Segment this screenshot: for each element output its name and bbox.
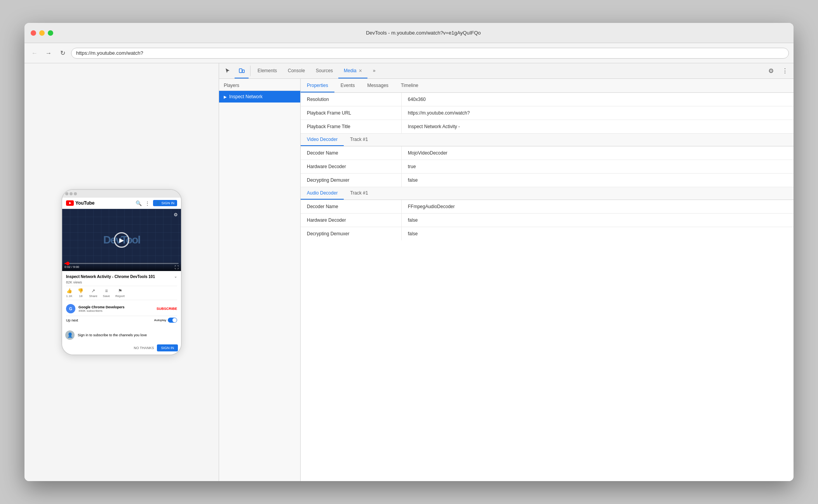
prop-video-decoder-name: Decoder Name MojoVideoDecoder: [301, 146, 794, 160]
prop-playback-url: Playback Frame URL https://m.youtube.com…: [301, 106, 794, 120]
back-button[interactable]: ←: [29, 48, 40, 59]
devtools-content: Players ▶ Inspect Network Properties: [219, 79, 794, 481]
toolbar-divider: [250, 66, 251, 76]
forward-button[interactable]: →: [43, 48, 54, 59]
prop-audio-hardware-key: Hardware Decoder: [301, 214, 402, 227]
player-label: Inspect Network: [229, 94, 263, 99]
title-bar: DevTools - m.youtube.com/watch?v=e1gAyQu…: [24, 23, 794, 43]
progress-bar[interactable]: [64, 263, 179, 264]
youtube-header: YouTube 🔍 ⋮ 👤 SIGN IN: [62, 198, 181, 209]
tab-messages[interactable]: Messages: [361, 79, 395, 92]
like-icon: 👍: [66, 288, 72, 294]
tab-video-decoder[interactable]: Video Decoder: [301, 134, 344, 146]
channel-logo: G: [66, 304, 75, 313]
search-icon[interactable]: 🔍: [136, 200, 142, 206]
tab-elements[interactable]: Elements: [252, 63, 282, 78]
prop-video-demuxer-key: Decrypting Demuxer: [301, 174, 402, 187]
tab-properties[interactable]: Properties: [301, 79, 334, 92]
autoplay-label: Autoplay: [154, 318, 166, 322]
prop-video-decoder-name-value: MojoVideoDecoder: [402, 146, 794, 160]
up-next-label: Up next: [66, 318, 78, 322]
video-settings-icon[interactable]: ⚙: [174, 212, 178, 217]
devtools-settings-button[interactable]: ⚙: [764, 63, 778, 78]
subscribe-button[interactable]: SUBSCRIBE: [157, 307, 177, 311]
tab-console[interactable]: Console: [282, 63, 310, 78]
sign-in-small-button[interactable]: SIGN IN: [157, 344, 178, 351]
channel-row: G Google Chrome Developers 490K subscrib…: [66, 302, 177, 316]
more-icon[interactable]: ⋮: [145, 200, 150, 206]
dislike-icon: 👎: [78, 288, 84, 294]
report-button[interactable]: ⚑ Report: [115, 288, 125, 298]
video-actions: 👍 1.1K 👎 18 ↗ Share ≡: [66, 286, 177, 300]
video-controls: 0:02 / 9:00 ⛶: [62, 261, 181, 271]
like-button[interactable]: 👍 1.1K: [66, 288, 72, 298]
up-next-row: Up next Autoplay: [66, 316, 177, 324]
video-views: 82K views: [66, 280, 177, 284]
prop-audio-demuxer-key: Decrypting Demuxer: [301, 227, 402, 240]
video-title: Inspect Network Activity - Chrome DevToo…: [66, 274, 172, 279]
dislike-button[interactable]: 👎 18: [78, 288, 84, 298]
share-button[interactable]: ↗ Share: [89, 288, 97, 298]
players-sidebar: Players ▶ Inspect Network: [219, 79, 301, 481]
minimize-button[interactable]: [39, 30, 45, 36]
tab-media[interactable]: Media ×: [338, 63, 367, 78]
prop-playback-url-value: https://m.youtube.com/watch?: [402, 106, 794, 120]
tab-events[interactable]: Events: [334, 79, 361, 92]
save-button[interactable]: ≡ Save: [103, 288, 110, 298]
progress-fill: [64, 263, 68, 264]
prop-audio-decoder-name-value: FFmpegAudioDecoder: [402, 200, 794, 213]
tab-media-close[interactable]: ×: [359, 68, 362, 74]
progress-dot: [66, 262, 70, 265]
like-count: 1.1K: [66, 294, 72, 298]
browser-viewport: YouTube 🔍 ⋮ 👤 SIGN IN DevToo: [24, 63, 219, 481]
prop-resolution-value: 640x360: [402, 93, 794, 106]
prop-audio-demuxer-value: false: [402, 227, 794, 240]
prop-playback-url-key: Playback Frame URL: [301, 106, 402, 120]
devtools-toolbar: Elements Console Sources Media × » ⚙ ⋮: [219, 63, 794, 79]
prop-playback-title-value: Inspect Network Activity -: [402, 120, 794, 133]
video-title-row: Inspect Network Activity - Chrome DevToo…: [66, 274, 177, 279]
device-toolbar-button[interactable]: [235, 63, 249, 78]
prop-video-decrypting-demuxer: Decrypting Demuxer false: [301, 174, 794, 187]
maximize-button[interactable]: [48, 30, 53, 36]
refresh-button[interactable]: ↻: [57, 48, 68, 59]
close-button[interactable]: [31, 30, 36, 36]
channel-name: Google Chrome Developers: [78, 305, 125, 309]
youtube-title: YouTube: [75, 200, 95, 206]
properties-area: Properties Events Messages Timeline: [301, 79, 794, 481]
share-icon: ↗: [91, 288, 95, 294]
tab-more[interactable]: »: [367, 63, 381, 78]
player-item-inspect-network[interactable]: ▶ Inspect Network: [219, 91, 300, 103]
tab-sources[interactable]: Sources: [310, 63, 338, 78]
traffic-lights: [31, 30, 53, 36]
tab-audio-track[interactable]: Track #1: [344, 187, 374, 200]
autoplay-track[interactable]: [168, 318, 177, 323]
sign-in-prompt: 👤 Sign in to subscribe to the channels y…: [62, 327, 181, 343]
cursor-tool-button[interactable]: [221, 63, 235, 78]
play-button-large[interactable]: ▶: [114, 232, 129, 248]
no-thanks-button[interactable]: NO THANKS: [134, 344, 154, 351]
prop-audio-decrypting-demuxer: Decrypting Demuxer false: [301, 227, 794, 240]
autoplay-toggle[interactable]: Autoplay: [154, 318, 177, 323]
video-area[interactable]: DevTool ▶ ⚙ 0:02 / 9:00 ⛶: [62, 209, 181, 271]
tab-audio-decoder[interactable]: Audio Decoder: [301, 187, 344, 200]
youtube-header-icons: 🔍 ⋮ 👤 SIGN IN: [136, 200, 177, 206]
devtools-more-button[interactable]: ⋮: [778, 63, 792, 78]
tab-video-track[interactable]: Track #1: [344, 134, 374, 146]
sign-in-prompt-text: Sign in to subscribe to the channels you…: [78, 333, 147, 337]
expand-icon[interactable]: ⌄: [174, 274, 177, 278]
video-time: 0:02 / 9:00 ⛶: [64, 265, 179, 269]
address-bar[interactable]: [71, 48, 789, 59]
devtools-panel: Elements Console Sources Media × » ⚙ ⋮: [219, 63, 794, 481]
prop-video-hardware-key: Hardware Decoder: [301, 160, 402, 173]
tab-timeline[interactable]: Timeline: [395, 79, 425, 92]
account-icon: 👤: [156, 201, 160, 205]
save-label: Save: [103, 294, 110, 298]
prop-audio-decoder-name: Decoder Name FFmpegAudioDecoder: [301, 200, 794, 214]
sign-in-header-button[interactable]: 👤 SIGN IN: [153, 200, 177, 206]
fullscreen-icon[interactable]: ⛶: [175, 265, 179, 269]
prop-video-hardware-value: true: [402, 160, 794, 173]
save-icon: ≡: [105, 288, 108, 294]
phone-top-bar: [62, 190, 181, 198]
property-tabs: Properties Events Messages Timeline: [301, 79, 794, 93]
